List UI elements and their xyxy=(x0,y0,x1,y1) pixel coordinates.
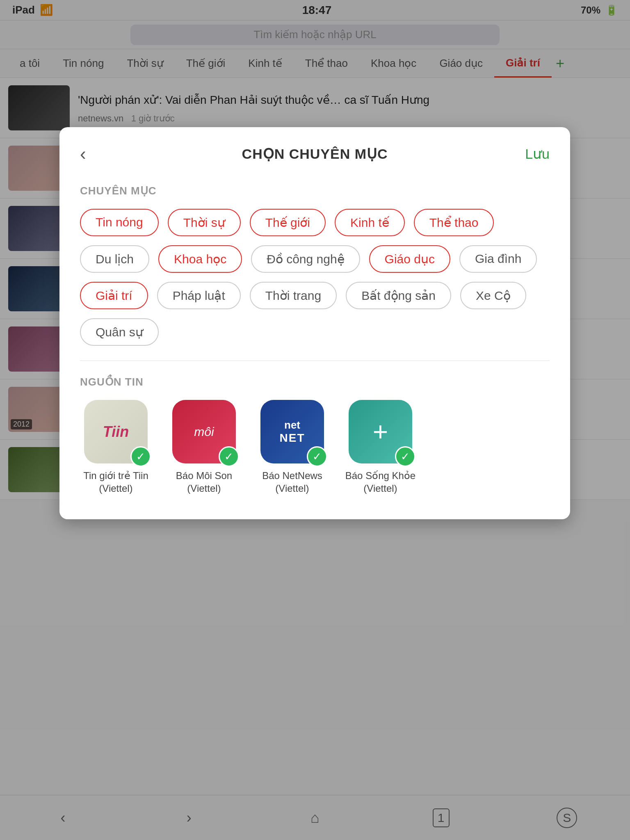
source-check-tiin: ✓ xyxy=(130,446,151,467)
chip-thoi-trang[interactable]: Thời trang xyxy=(250,282,337,309)
chip-xe-co[interactable]: Xe Cộ xyxy=(460,282,526,309)
chip-phap-luat[interactable]: Pháp luật xyxy=(157,282,241,309)
category-section-label: CHUYÊN MỤC xyxy=(80,185,550,197)
chips-container: Tin nóng Thời sự Thế giới Kinh tế Thể th… xyxy=(80,209,550,346)
modal-header: ‹ CHỌN CHUYÊN MỤC Lưu xyxy=(80,144,550,164)
source-check-song: ✓ xyxy=(395,446,415,467)
source-check-moi: ✓ xyxy=(219,446,239,467)
category-selection-modal: ‹ CHỌN CHUYÊN MỤC Lưu CHUYÊN MỤC Tin nón… xyxy=(59,127,570,519)
chip-do-cong-nghe[interactable]: Đồ công nghệ xyxy=(251,245,360,273)
source-icon-wrap: Tiin ✓ xyxy=(84,400,148,463)
modal-back-button[interactable]: ‹ xyxy=(80,144,105,164)
chip-kinh-te[interactable]: Kinh tế xyxy=(335,209,405,236)
source-icon-wrap: môi ✓ xyxy=(172,400,236,463)
modal-title: CHỌN CHUYÊN MỤC xyxy=(105,146,525,162)
sources-section-label: NGUỒN TIN xyxy=(80,376,550,388)
chip-giao-duc[interactable]: Giáo dục xyxy=(369,245,450,273)
source-icon-wrap: + ✓ xyxy=(349,400,412,463)
source-net[interactable]: net NET ✓ Báo NetNews(Viettel) xyxy=(256,400,328,495)
chip-quan-su[interactable]: Quân sự xyxy=(80,318,159,346)
source-name-tiin: Tin giới trẻ Tiin(Viettel) xyxy=(83,469,148,495)
source-song[interactable]: + ✓ Báo Sống Khỏe(Viettel) xyxy=(345,400,416,495)
source-moi[interactable]: môi ✓ Báo Môi Son(Viettel) xyxy=(168,400,240,495)
chip-giai-tri[interactable]: Giải trí xyxy=(80,282,148,309)
chip-thoi-su[interactable]: Thời sự xyxy=(168,209,241,236)
source-check-net: ✓ xyxy=(307,446,327,467)
source-icon-wrap: net NET ✓ xyxy=(260,400,324,463)
chip-bat-dong-san[interactable]: Bất động sản xyxy=(346,282,451,309)
chip-du-lich[interactable]: Du lịch xyxy=(80,245,149,273)
source-name-song: Báo Sống Khỏe(Viettel) xyxy=(345,469,415,495)
sources-grid: Tiin ✓ Tin giới trẻ Tiin(Viettel) môi ✓ … xyxy=(80,400,550,495)
source-name-moi: Báo Môi Son(Viettel) xyxy=(176,469,232,495)
chip-gia-dinh[interactable]: Gia đình xyxy=(459,245,537,273)
chip-tin-nong[interactable]: Tin nóng xyxy=(80,209,159,236)
source-tiin[interactable]: Tiin ✓ Tin giới trẻ Tiin(Viettel) xyxy=(80,400,152,495)
chip-the-gioi[interactable]: Thế giới xyxy=(250,209,326,236)
section-divider xyxy=(80,361,550,361)
modal-save-button[interactable]: Lưu xyxy=(525,146,550,162)
source-name-net: Báo NetNews(Viettel) xyxy=(262,469,322,495)
chip-the-thao[interactable]: Thể thao xyxy=(414,209,494,236)
chip-khoa-hoc[interactable]: Khoa học xyxy=(158,245,242,273)
